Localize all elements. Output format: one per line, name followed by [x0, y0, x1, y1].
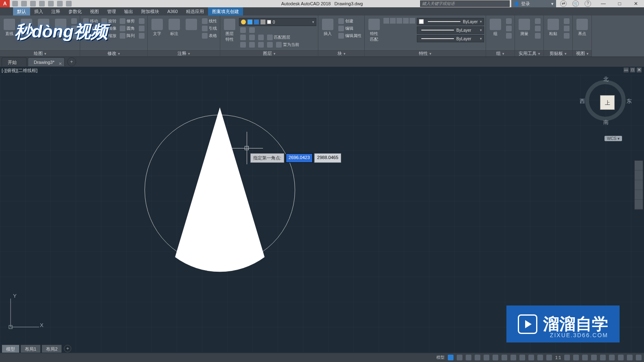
ribbon-bigbtn-6-0[interactable]: 组 — [488, 18, 503, 37]
add-layout-button[interactable]: + — [64, 345, 71, 352]
layer-tool[interactable]: 置为当前 — [275, 41, 300, 48]
nav-wheel-icon[interactable] — [635, 161, 643, 170]
compass-west[interactable]: 西 — [580, 98, 585, 105]
layer-tool[interactable] — [257, 41, 265, 48]
exchange-icon[interactable]: ⇄ — [560, 0, 567, 7]
ribbon-extra[interactable] — [505, 33, 513, 39]
status-ortho-icon[interactable] — [466, 355, 471, 360]
search-input[interactable]: 鍵入关键字或短语 — [420, 0, 510, 7]
panel-title[interactable]: 绘图 — [0, 49, 80, 57]
window-close[interactable]: ✕ — [628, 0, 644, 7]
viewport-restore[interactable]: □ — [630, 68, 635, 72]
status-lineweight-icon[interactable] — [519, 355, 525, 360]
status-3dosnap-icon[interactable] — [502, 355, 507, 360]
panel-title[interactable]: 图层 — [220, 49, 318, 57]
ribbon-extra[interactable] — [563, 18, 571, 24]
layout-tab-2[interactable]: 布局2 — [42, 345, 62, 353]
ribbon-bigbtn-0-0[interactable]: 直线 — [2, 18, 17, 37]
ribbon-smallbtn[interactable]: 编辑 — [337, 25, 355, 32]
status-snapmode-icon[interactable] — [457, 355, 462, 360]
nav-orbit-icon[interactable] — [635, 190, 643, 200]
ribbon-smallbtn[interactable]: 复制 — [82, 25, 99, 32]
new-tab-button[interactable]: + — [67, 57, 76, 66]
ribbon-tab-0[interactable]: 默认 — [13, 7, 30, 15]
y-coordinate-input[interactable]: 2988.0465 — [314, 153, 341, 163]
layer-dropdown[interactable]: 0▾ — [239, 18, 316, 26]
ribbon-extra[interactable] — [138, 25, 146, 32]
nav-pan-icon[interactable] — [635, 170, 643, 180]
status-model[interactable]: 模型 — [436, 355, 445, 360]
color-swatch[interactable] — [396, 18, 402, 24]
qat-open-icon[interactable] — [21, 1, 27, 7]
layer-tool[interactable] — [248, 34, 256, 41]
qat-new-icon[interactable] — [12, 1, 18, 7]
status-isodraft-icon[interactable] — [484, 355, 489, 360]
layout-tab-1[interactable]: 布局1 — [20, 345, 41, 353]
status-polar-icon[interactable] — [475, 355, 480, 360]
status-transparency-icon[interactable] — [528, 355, 534, 360]
ribbon-tab-9[interactable]: 精选应用 — [182, 7, 208, 15]
ribbon-tab-6[interactable]: 输出 — [120, 7, 137, 15]
ribbon-smallbtn[interactable]: 编辑属性 — [337, 33, 363, 39]
window-maximize[interactable]: □ — [611, 0, 628, 7]
ribbon-tab-3[interactable]: 参数化 — [64, 7, 86, 15]
status-annotationmon-icon[interactable] — [573, 355, 579, 360]
ribbon-extra[interactable] — [505, 25, 513, 32]
layer-tool[interactable] — [248, 41, 256, 48]
ribbon-tab-1[interactable]: 插入 — [30, 7, 47, 15]
status-otrack-icon[interactable] — [510, 355, 516, 360]
ribbon-extra[interactable] — [534, 25, 542, 32]
compass-north[interactable]: 北 — [603, 76, 609, 83]
status-customize-icon[interactable] — [636, 355, 642, 360]
ribbon-bigbtn-2-0[interactable]: 文字 — [149, 18, 165, 37]
compass-south[interactable]: 南 — [603, 119, 609, 126]
ribbon-bigbtn-0-2[interactable]: 圆 — [36, 18, 51, 37]
status-grid-icon[interactable] — [448, 355, 453, 360]
ribbon-extra[interactable] — [138, 33, 146, 39]
wcs-dropdown[interactable]: WCS — [605, 136, 622, 141]
ribbon-tab-2[interactable]: 注释 — [47, 7, 64, 15]
status-units-icon[interactable] — [582, 355, 588, 360]
property-dropdown-1[interactable]: ByLayer▾ — [417, 26, 484, 34]
login-button[interactable]: 👤 登录 ▾ — [511, 0, 556, 7]
qat-plot-icon[interactable] — [48, 1, 54, 7]
qat-redo-icon[interactable] — [66, 1, 72, 7]
layer-tool[interactable] — [239, 34, 247, 41]
ribbon-tab-10[interactable]: 图案填充创建 — [208, 7, 243, 15]
layer-tool[interactable] — [239, 41, 247, 48]
document-tab-1[interactable]: Drawing3*✕ — [28, 57, 65, 66]
ribbon-extra[interactable] — [70, 33, 78, 39]
viewcube-topface[interactable]: 上 — [600, 95, 615, 110]
panel-title[interactable]: 块 — [318, 49, 364, 57]
layer-tool[interactable] — [239, 27, 247, 33]
ribbon-bigbtn-5-0[interactable]: 特性匹配 — [366, 18, 382, 43]
ribbon-smallbtn[interactable]: 缩放 — [100, 33, 118, 39]
status-annotation-icon[interactable] — [546, 355, 552, 360]
ribbon-smallbtn[interactable]: 拉伸 — [82, 33, 99, 39]
ribbon-extra[interactable] — [70, 18, 78, 24]
layer-tool[interactable] — [248, 27, 256, 33]
property-dropdown-0[interactable]: ByLayer▾ — [417, 18, 484, 25]
app-logo[interactable]: A — [0, 0, 10, 7]
layer-tool[interactable] — [257, 34, 265, 41]
viewport-close[interactable]: ✕ — [637, 68, 642, 72]
status-hardwareaccel-icon[interactable] — [618, 355, 624, 360]
property-dropdown-2[interactable]: ByLayer▾ — [417, 35, 484, 42]
status-scale[interactable]: 1:1 — [555, 355, 561, 360]
color-swatch[interactable] — [410, 18, 415, 24]
ribbon-bigbtn-9-0[interactable]: 基点 — [574, 18, 590, 37]
ribbon-bigbtn-2-1[interactable]: 标注 — [166, 18, 182, 37]
ribbon-tab-7[interactable]: 附加模块 — [137, 7, 163, 15]
document-tab-0[interactable]: 开始 — [2, 57, 27, 66]
ribbon-tab-8[interactable]: A360 — [163, 7, 182, 15]
qat-undo-icon[interactable] — [57, 1, 63, 7]
ribbon-smallbtn[interactable]: 表格 — [201, 33, 218, 39]
ribbon-tab-5[interactable]: 管理 — [103, 7, 120, 15]
drawing-canvas[interactable]: [-][俯视][二维线框] — □ ✕ 指定第一角点: 2696.0423 29… — [0, 67, 644, 353]
panel-title[interactable]: 实用工具 — [515, 49, 543, 57]
status-cleanscreen-icon[interactable] — [627, 355, 633, 360]
nav-zoom-icon[interactable] — [635, 180, 643, 190]
status-cycling-icon[interactable] — [537, 355, 543, 360]
ribbon-smallbtn[interactable]: 创建 — [337, 18, 355, 24]
panel-title[interactable]: 视图 — [573, 49, 591, 57]
